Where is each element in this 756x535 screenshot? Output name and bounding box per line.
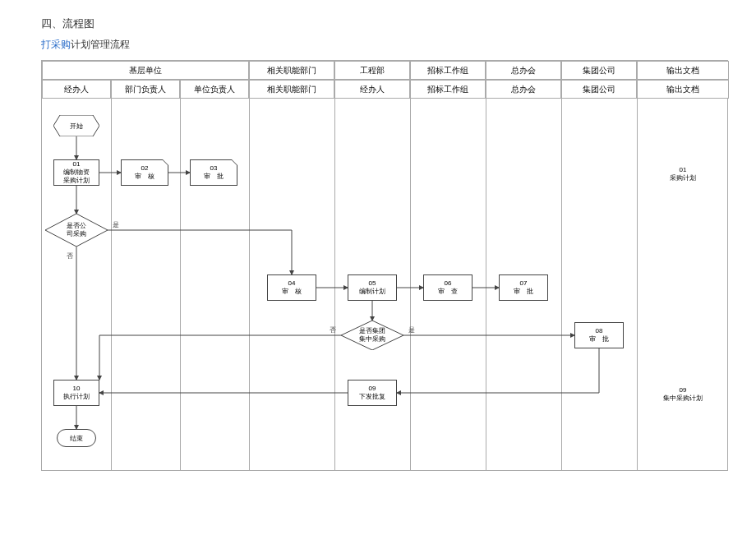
decision-group-centralized: 是否集团 集中采购 bbox=[341, 321, 403, 350]
node-end: 结束 bbox=[57, 429, 96, 447]
label-yes-2: 是 bbox=[408, 325, 415, 334]
flowchart-container: 基层单位 相关职能部门 工程部 招标工作组 总办会 集团公司 输出文档 经办人 … bbox=[41, 60, 728, 471]
doc-09: 09 集中采购计划 bbox=[657, 380, 709, 409]
node-04: 04 审 核 bbox=[267, 274, 316, 301]
node-03: 03 审 批 bbox=[190, 159, 237, 186]
flow-title-link[interactable]: 打采购 bbox=[41, 39, 71, 50]
fold-corner-icon bbox=[231, 159, 237, 166]
node-05: 05 编制计划 bbox=[348, 274, 397, 301]
section-heading: 四、流程图 bbox=[41, 16, 715, 31]
node-start: 开始 bbox=[53, 115, 99, 136]
node-02: 02 审 核 bbox=[121, 159, 168, 186]
node-08: 08 审 批 bbox=[574, 322, 624, 348]
node-10: 10 执行计划 bbox=[53, 380, 99, 406]
label-no-1: 否 bbox=[67, 251, 73, 261]
label-no-2: 否 bbox=[330, 325, 336, 334]
node-07: 07 审 批 bbox=[499, 274, 548, 301]
node-01: 01 编制物资 采购计划 bbox=[53, 159, 99, 186]
node-09: 09 下发批复 bbox=[348, 380, 397, 406]
flow-title-rest: 计划管理流程 bbox=[71, 39, 130, 50]
doc-01: 01 采购计划 bbox=[657, 159, 709, 189]
fold-corner-icon bbox=[162, 159, 168, 166]
decision-company-purchase: 是否公 司采购 bbox=[45, 214, 108, 247]
label-yes-1: 是 bbox=[113, 220, 119, 229]
node-06: 06 审 查 bbox=[423, 274, 472, 301]
connectors-svg bbox=[42, 61, 729, 472]
flow-title: 打采购计划管理流程 bbox=[41, 38, 715, 52]
